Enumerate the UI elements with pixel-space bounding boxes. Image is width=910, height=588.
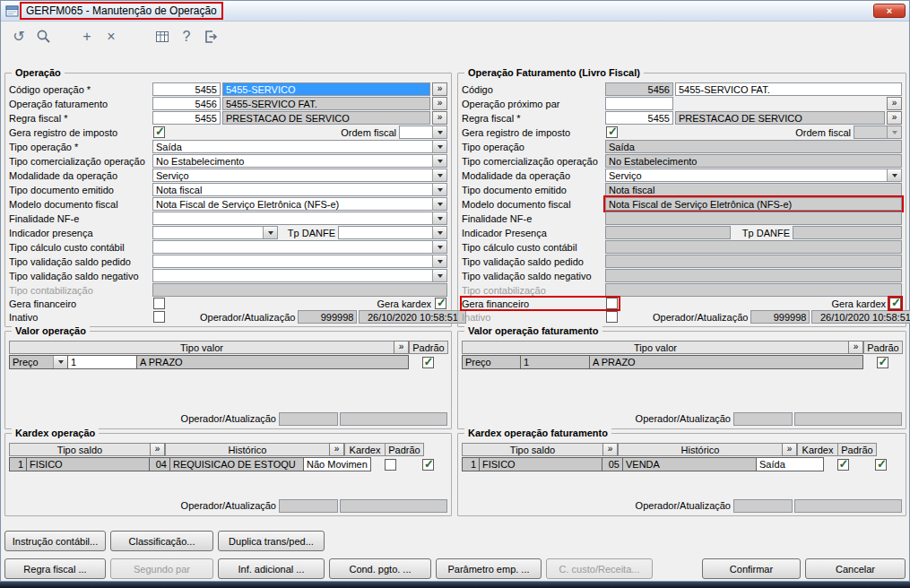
- inf-adicional-button[interactable]: Inf. adicional ...: [218, 558, 325, 579]
- kardex-padrao-checkbox[interactable]: [422, 459, 434, 471]
- ordem-fiscal-label: Ordem fiscal: [341, 127, 396, 138]
- saldo-pedido-combobox[interactable]: [152, 255, 447, 268]
- fat-tipo-contabilizacao-field: [605, 283, 902, 297]
- fat-gera-kardex-checkbox[interactable]: [889, 298, 901, 309]
- row-tipo-documento: Tipo documento emitido Nota fiscal: [9, 183, 447, 196]
- valor-operador-num-field: [279, 412, 338, 426]
- fat-kardex-padrao-checkbox[interactable]: [875, 459, 887, 471]
- fat-kardex-historico-num-cell[interactable]: 05: [602, 457, 623, 471]
- row-inativo: Inativo Operador/Atualização 999998 26/1…: [9, 310, 447, 324]
- regra-fiscal-button[interactable]: Regra fiscal ...: [4, 558, 106, 579]
- operador-num-field: 999998: [298, 310, 357, 324]
- add-icon[interactable]: +: [78, 28, 96, 46]
- tipo-operacao-combobox[interactable]: Saída: [152, 140, 447, 153]
- kardex-movimento-cell[interactable]: Não Movimen: [303, 457, 371, 471]
- kardex-saldo-desc-cell[interactable]: FISICO: [26, 457, 150, 471]
- valor-descricao-cell[interactable]: A PRAZO: [136, 355, 409, 369]
- fat-regra-fiscal-input[interactable]: 5455: [605, 111, 673, 125]
- regra-fiscal-desc-field: PRESTACAO DE SERVICO: [222, 111, 430, 125]
- tipo-documento-combobox[interactable]: Nota fiscal: [152, 183, 447, 196]
- kardex-kardex-checkbox[interactable]: [385, 459, 396, 471]
- gera-imposto-checkbox[interactable]: [153, 126, 165, 138]
- instrucao-contabil-button[interactable]: Instrução contábil...: [4, 531, 106, 551]
- fat-gera-imposto-checkbox[interactable]: [606, 126, 618, 138]
- inativo-checkbox[interactable]: [153, 311, 165, 323]
- fat-tipo-valor-lookup-button[interactable]: »: [848, 341, 863, 354]
- fat-kardex-kardex-checkbox[interactable]: [837, 459, 849, 471]
- row-operacao-faturamento: Operação faturamento 5456 5455-SERVICO F…: [9, 97, 447, 110]
- undo-icon[interactable]: ↺: [10, 28, 28, 46]
- regra-fiscal-input[interactable]: 5455: [152, 111, 221, 125]
- gera-kardex-checkbox[interactable]: [435, 298, 446, 309]
- operacao-faturamento-lookup-button[interactable]: »: [432, 97, 447, 110]
- parametro-emp-button[interactable]: Parâmetro emp. ...: [436, 558, 542, 579]
- valor-padrao-checkbox[interactable]: [422, 357, 434, 368]
- ordem-fiscal-combobox[interactable]: [399, 125, 447, 139]
- kardex-historico-desc-cell[interactable]: REQUISICAO DE ESTOQU: [169, 457, 304, 471]
- fat-kardex-movimento-cell[interactable]: Saída: [756, 457, 824, 471]
- fat-valor-padrao-checkbox[interactable]: [877, 357, 888, 368]
- browse-grid-icon[interactable]: [153, 28, 171, 46]
- saldo-negativo-combobox[interactable]: [152, 269, 447, 282]
- valor-tipo-combobox[interactable]: Preço: [9, 355, 68, 369]
- fat-historico-lookup-button[interactable]: »: [782, 443, 797, 456]
- help-icon[interactable]: ?: [178, 28, 195, 46]
- kardex-historico-num-cell[interactable]: 04: [149, 457, 170, 471]
- gera-kardex-label: Gera kardex: [377, 298, 431, 309]
- tipo-valor-lookup-button[interactable]: »: [394, 341, 409, 354]
- historico-lookup-button[interactable]: »: [329, 443, 344, 456]
- gera-financeiro-checkbox[interactable]: [153, 298, 165, 309]
- duplica-trans-ped-button[interactable]: Duplica trans/ped...: [218, 531, 325, 551]
- fat-gera-financeiro-checkbox[interactable]: [606, 298, 618, 309]
- modelo-documento-combobox[interactable]: Nota Fiscal de Serviço Eletrônica (NFS-e…: [152, 197, 447, 211]
- fat-historico-column-header: Histórico: [618, 443, 783, 456]
- row-fat-finalidade: Finalidade NF-e: [462, 212, 902, 225]
- search-icon[interactable]: [34, 28, 52, 46]
- exit-icon[interactable]: [202, 28, 220, 46]
- tp-danfe-combobox[interactable]: [338, 226, 447, 239]
- codigo-operacao-input[interactable]: 5455: [152, 82, 221, 96]
- tipo-comercializacao-label: Tipo comercialização operação: [9, 156, 152, 167]
- fat-kardex-historico-desc-cell[interactable]: VENDA: [622, 457, 757, 471]
- classificacao-button[interactable]: Classificação...: [110, 531, 213, 551]
- fat-regra-fiscal-lookup-button[interactable]: »: [887, 111, 902, 125]
- fat-tipo-saldo-lookup-button[interactable]: »: [602, 443, 618, 456]
- codigo-operacao-desc-field[interactable]: 5455-SERVICO: [222, 82, 430, 96]
- fat-valor-sequencia-cell[interactable]: 1: [520, 355, 590, 369]
- fat-kardex-saldo-desc-cell[interactable]: FISICO: [479, 457, 602, 471]
- row-fat-tipo-documento: Tipo documento emitido Nota fiscal: [462, 183, 902, 196]
- fat-kardex-saldo-num-cell[interactable]: 1: [462, 457, 480, 471]
- fat-proximo-par-input[interactable]: [605, 97, 673, 110]
- row-fat-tipo-operacao: Tipo operação Saída: [462, 140, 902, 153]
- fat-valor-tipo-cell[interactable]: Preço: [462, 355, 521, 369]
- kardex-operador-data-field: [340, 499, 447, 513]
- fat-codigo-desc-field[interactable]: 5455-SERVICO FAT.: [675, 82, 902, 96]
- valor-sequencia-cell[interactable]: 1: [67, 355, 137, 369]
- cond-pgto-button[interactable]: Cond. pgto. ...: [329, 558, 431, 579]
- codigo-operacao-lookup-button[interactable]: »: [432, 82, 447, 96]
- kardex-padrao-column-header: Padrão: [385, 443, 424, 456]
- kardex-saldo-num-cell[interactable]: 1: [9, 457, 27, 471]
- segundo-par-button: Segundo par: [110, 558, 213, 579]
- fat-tipo-documento-field: Nota fiscal: [605, 183, 902, 196]
- row-finalidade: Finalidade NF-e: [9, 212, 447, 225]
- fat-proximo-par-lookup-button[interactable]: »: [887, 97, 902, 110]
- tipo-comercializacao-combobox[interactable]: No Estabelecimento: [152, 154, 447, 168]
- tipo-calculo-combobox[interactable]: [152, 240, 447, 254]
- confirmar-button[interactable]: Confirmar: [702, 558, 801, 579]
- inativo-label: Inativo: [9, 312, 152, 323]
- regra-fiscal-lookup-button[interactable]: »: [432, 111, 447, 125]
- fat-tipo-contabilizacao-label: Tipo contabilização: [462, 285, 605, 296]
- close-button[interactable]: ×: [873, 4, 906, 18]
- indicador-presenca-combobox[interactable]: [152, 226, 278, 239]
- modalidade-combobox[interactable]: Serviço: [152, 169, 447, 182]
- delete-icon[interactable]: ×: [102, 28, 120, 46]
- tipo-saldo-lookup-button[interactable]: »: [150, 443, 165, 456]
- fat-tipo-comercializacao-label: Tipo comercialização operação: [462, 156, 605, 167]
- fat-valor-descricao-cell[interactable]: A PRAZO: [589, 355, 863, 369]
- cancelar-button[interactable]: Cancelar: [805, 558, 906, 579]
- fat-modalidade-combobox[interactable]: Serviço: [605, 169, 902, 182]
- operacao-faturamento-input[interactable]: 5456: [152, 97, 221, 110]
- finalidade-combobox[interactable]: [152, 212, 447, 225]
- fat-indicador-presenca-field: [605, 226, 731, 239]
